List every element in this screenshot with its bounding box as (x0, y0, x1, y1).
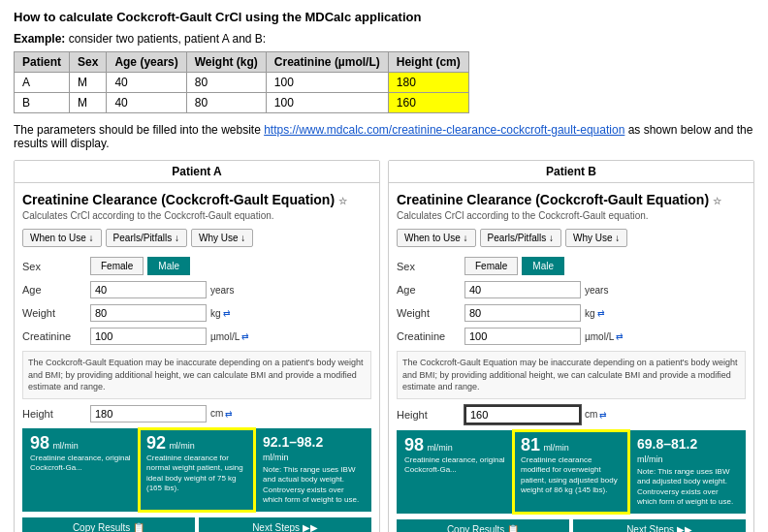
why-use-btn-b[interactable]: Why Use ↓ (565, 229, 627, 247)
weight-unit-link-a[interactable]: ⇄ (223, 308, 231, 318)
height-label-b: Height (397, 409, 464, 421)
cell-patient-a: A (15, 73, 70, 93)
result-label-a-1: Creatinine clearance, original Cockcroft… (30, 454, 131, 474)
weight-label-b: Weight (397, 307, 464, 319)
age-row-b: Age years (397, 281, 746, 298)
panel-a-header: Patient A (15, 161, 379, 183)
result-box-b-2: 81 ml/min Creatinine clearance modified … (513, 430, 629, 514)
female-btn-b[interactable]: Female (464, 257, 518, 275)
age-input-b[interactable] (464, 281, 581, 298)
result-unit-b-1: ml/min (427, 443, 453, 453)
cell-creatinine-a: 100 (266, 73, 388, 93)
pearls-btn-a[interactable]: Pearls/Pitfalls ↓ (106, 229, 187, 247)
calc-title-a: Creatinine Clearance (Cockcroft-Gault Eq… (22, 191, 371, 208)
creatinine-unit-link-a[interactable]: ⇄ (241, 331, 249, 341)
result-main-b-2: 81 (521, 435, 540, 454)
age-unit-a: years (210, 285, 234, 296)
when-to-use-btn-a[interactable]: When to Use ↓ (22, 229, 102, 247)
height-unit-link-a[interactable]: ⇄ (225, 409, 233, 419)
creatinine-row-a: Creatinine µmol/L ⇄ (22, 328, 371, 345)
cell-sex-a: M (70, 73, 107, 93)
weight-input-a[interactable] (90, 304, 207, 322)
height-input-b[interactable] (464, 405, 581, 424)
age-input-a[interactable] (90, 281, 207, 298)
height-unit-a: cm ⇄ (210, 408, 233, 419)
cell-age-b: 40 (107, 93, 186, 113)
calc-subtitle-a: Calculates CrCl according to the Cockcro… (22, 210, 371, 221)
weight-unit-b: kg ⇄ (585, 308, 605, 319)
creatinine-input-b[interactable] (464, 328, 581, 345)
creatinine-row-b: Creatinine µmol/L ⇄ (397, 328, 746, 345)
age-row-a: Age years (22, 281, 371, 298)
height-unit-b: cm ⇄ (585, 409, 607, 420)
creatinine-label-a: Creatinine (22, 330, 90, 342)
panel-b-body: Creatinine Clearance (Cockcroft-Gault Eq… (389, 183, 753, 532)
result-box-a-2: 92 ml/min Creatinine clearance for norma… (139, 428, 255, 512)
copy-results-btn-b[interactable]: Copy Results 📋 (397, 519, 569, 532)
weight-inputs-b: kg ⇄ (464, 304, 605, 322)
result-box-b-1: 98 ml/min Creatinine clearance, original… (397, 430, 513, 514)
when-to-use-btn-b[interactable]: When to Use ↓ (397, 229, 476, 247)
star-icon-b: ☆ (713, 196, 721, 206)
sex-inputs-b: Female Male (464, 257, 564, 275)
weight-unit-link-b[interactable]: ⇄ (597, 308, 605, 318)
col-patient: Patient (15, 52, 70, 73)
col-weight: Weight (kg) (186, 52, 266, 73)
next-steps-btn-b[interactable]: Next Steps ▶▶ (573, 519, 746, 532)
results-row-b: 98 ml/min Creatinine clearance, original… (397, 430, 746, 514)
bottom-buttons-b: Copy Results 📋 Next Steps ▶▶ (397, 519, 746, 532)
result-unit-b-2: ml/min (543, 443, 569, 453)
col-creatinine: Creatinine (µmol/L) (266, 52, 388, 73)
cell-age-a: 40 (107, 73, 186, 93)
female-btn-a[interactable]: Female (90, 257, 144, 275)
panel-a-body: Creatinine Clearance (Cockcroft-Gault Eq… (15, 183, 379, 532)
male-btn-a[interactable]: Male (147, 257, 190, 275)
sex-row-b: Sex Female Male (397, 257, 746, 275)
result-label-a-2: Creatinine clearance for normal weight p… (146, 454, 247, 494)
weight-unit-a: kg ⇄ (210, 308, 231, 319)
pearls-btn-b[interactable]: Pearls/Pitfalls ↓ (480, 229, 561, 247)
creatinine-inputs-b: µmol/L ⇄ (464, 328, 624, 345)
age-label-a: Age (22, 284, 90, 296)
result-unit-a-3: ml/min (263, 453, 289, 462)
weight-row-b: Weight kg ⇄ (397, 304, 746, 322)
result-box-a-1: 98 ml/min Creatinine clearance, original… (22, 428, 139, 512)
next-steps-btn-a[interactable]: Next Steps ▶▶ (199, 517, 371, 532)
cell-height-b: 160 (388, 93, 468, 113)
weight-row-a: Weight kg ⇄ (22, 304, 371, 322)
result-box-b-3: 69.8–81.2 ml/min Note: This range uses I… (629, 430, 746, 514)
height-row-b: Height cm ⇄ (397, 405, 746, 424)
result-main-b-1: 98 (404, 435, 424, 454)
height-inputs-b: cm ⇄ (464, 405, 607, 424)
result-main-a-2: 92 (146, 433, 166, 453)
height-inputs-a: cm ⇄ (90, 405, 233, 422)
copy-results-btn-a[interactable]: Copy Results 📋 (22, 517, 195, 532)
page-title: How to calculate Cockcroft-Gault CrCl us… (14, 10, 754, 24)
age-unit-b: years (585, 285, 608, 296)
weight-label-a: Weight (22, 307, 90, 319)
why-use-btn-a[interactable]: Why Use ↓ (191, 229, 253, 247)
note-text-b: The Cockcroft-Gault Equation may be inac… (402, 358, 737, 391)
male-btn-b[interactable]: Male (522, 257, 564, 275)
params-text: The parameters should be filled into the… (14, 123, 754, 150)
height-unit-link-b[interactable]: ⇄ (599, 410, 607, 420)
note-text-a: The Cockcroft-Gault Equation may be inac… (28, 358, 363, 391)
age-inputs-b: years (464, 281, 608, 298)
creatinine-unit-link-b[interactable]: ⇄ (616, 331, 624, 341)
col-height: Height (cm) (388, 52, 468, 73)
panel-a: Patient A Creatinine Clearance (Cockcrof… (14, 160, 380, 532)
mdcalc-link[interactable]: https://www.mdcalc.com/creatinine-cleara… (264, 123, 624, 137)
sex-inputs-a: Female Male (90, 257, 190, 275)
sex-label-b: Sex (397, 261, 464, 272)
bottom-buttons-a: Copy Results 📋 Next Steps ▶▶ (22, 517, 371, 532)
cell-weight-a: 80 (186, 73, 266, 93)
result-range-a-3: 92.1–98.2 (263, 434, 323, 450)
result-unit-a-1: ml/min (52, 441, 79, 451)
creatinine-input-a[interactable] (90, 328, 207, 345)
col-sex: Sex (70, 52, 107, 73)
result-unit-b-3: ml/min (637, 454, 663, 464)
weight-input-b[interactable] (464, 304, 581, 322)
col-age: Age (years) (107, 52, 186, 73)
creatinine-label-b: Creatinine (397, 330, 464, 342)
height-input-a[interactable] (90, 405, 207, 422)
